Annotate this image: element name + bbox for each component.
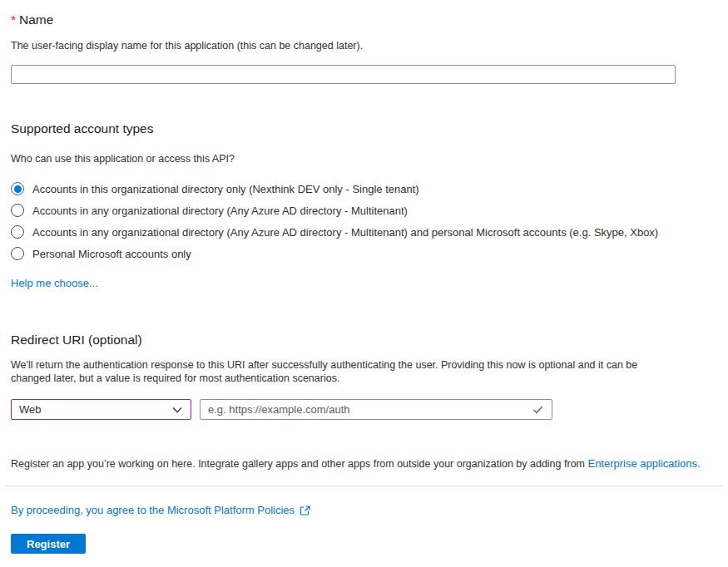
radio-option-label: Accounts in any organizational directory…	[32, 205, 408, 217]
radio-button-icon[interactable]	[11, 247, 24, 260]
divider	[6, 486, 722, 486]
redirect-uri-input-wrap	[200, 399, 552, 420]
radio-button-icon[interactable]	[11, 204, 24, 217]
platform-select[interactable]: Web	[11, 399, 191, 420]
platform-select-value: Web	[19, 403, 42, 416]
radio-option-personal-only[interactable]: Personal Microsoft accounts only	[11, 243, 717, 264]
radio-option-single-tenant[interactable]: Accounts in this organizational director…	[11, 178, 717, 200]
account-types-title: Supported account types	[11, 121, 717, 137]
app-registration-form: *Name The user-facing display name for t…	[0, 0, 728, 554]
required-asterisk: *	[11, 12, 16, 27]
radio-option-label: Accounts in any organizational directory…	[32, 226, 658, 239]
name-section: *Name The user-facing display name for t…	[11, 12, 717, 84]
account-types-radio-group: Accounts in this organizational director…	[11, 178, 717, 264]
name-section-title: *Name	[11, 12, 717, 28]
enterprise-applications-link[interactable]: Enterprise applications.	[587, 457, 700, 470]
radio-option-label: Accounts in this organizational director…	[32, 183, 419, 195]
redirect-uri-title: Redirect URI (optional)	[11, 332, 717, 348]
chevron-down-icon	[171, 404, 183, 416]
redirect-uri-input[interactable]	[208, 400, 532, 419]
register-info-text: Register an app you’re working on here. …	[11, 457, 717, 470]
valid-checkmark-icon	[532, 403, 544, 416]
external-link-icon	[300, 505, 311, 516]
name-input[interactable]	[11, 65, 676, 84]
radio-option-label: Personal Microsoft accounts only	[32, 248, 191, 260]
radio-button-icon[interactable]	[11, 182, 24, 195]
account-types-question: Who can use this application or access t…	[11, 152, 717, 165]
radio-button-icon[interactable]	[11, 225, 24, 239]
name-title-text: Name	[19, 12, 53, 27]
platform-policies-link[interactable]: By proceeding, you agree to the Microsof…	[11, 504, 295, 516]
name-description: The user-facing display name for this ap…	[11, 39, 717, 52]
help-me-choose-link[interactable]: Help me choose...	[11, 277, 98, 289]
register-button[interactable]: Register	[11, 534, 86, 554]
redirect-uri-section: Redirect URI (optional) We'll return the…	[11, 332, 717, 420]
radio-option-multitenant[interactable]: Accounts in any organizational directory…	[11, 200, 717, 221]
redirect-uri-description: We'll return the authentication response…	[11, 358, 672, 385]
radio-option-multitenant-personal[interactable]: Accounts in any organizational directory…	[11, 221, 717, 243]
register-info-static: Register an app you’re working on here. …	[11, 458, 587, 470]
supported-account-types-section: Supported account types Who can use this…	[11, 121, 717, 289]
